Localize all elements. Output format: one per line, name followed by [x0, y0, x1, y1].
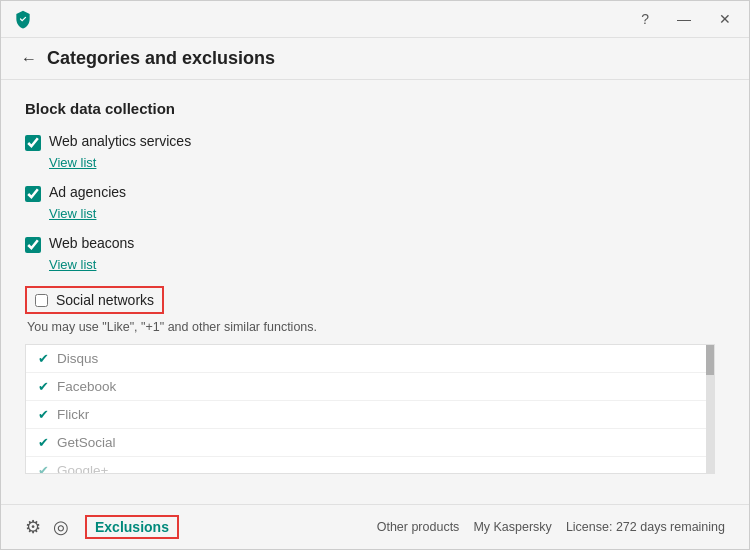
- social-networks-section: Social networks You may use "Like", "+1"…: [25, 286, 725, 474]
- license-info: License: 272 days remaining: [566, 520, 725, 534]
- web-beacons-checkbox[interactable]: [25, 237, 41, 253]
- footer-links: Other products My Kaspersky License: 272…: [377, 520, 725, 534]
- list-item: ✔ Facebook: [26, 373, 714, 401]
- social-networks-label: Social networks: [56, 292, 154, 308]
- web-analytics-checkbox[interactable]: [25, 135, 41, 151]
- web-analytics-label: Web analytics services: [49, 133, 191, 149]
- web-analytics-item: Web analytics services: [25, 133, 725, 151]
- ad-agencies-label: Ad agencies: [49, 184, 126, 200]
- help-button[interactable]: ?: [635, 10, 655, 28]
- back-button[interactable]: ←: [21, 50, 37, 68]
- list-item: ✔ Disqus: [26, 345, 714, 373]
- title-bar-controls: ? — ✕: [635, 10, 737, 28]
- list-item: ✔ Google+: [26, 457, 714, 474]
- social-networks-list[interactable]: ✔ Disqus ✔ Facebook ✔ Flickr ✔ GetSocial…: [25, 344, 715, 474]
- page-header: ← Categories and exclusions: [1, 38, 749, 80]
- scrollbar-thumb[interactable]: [706, 345, 714, 375]
- content-area: Block data collection Web analytics serv…: [1, 80, 749, 504]
- scrollbar-track[interactable]: [706, 345, 714, 473]
- ad-agencies-view-list[interactable]: View list: [49, 206, 725, 221]
- minimize-button[interactable]: —: [671, 10, 697, 28]
- my-kaspersky-link[interactable]: My Kaspersky: [473, 520, 552, 534]
- title-bar-left: [13, 9, 33, 29]
- check-icon: ✔: [38, 379, 49, 394]
- check-icon: ✔: [38, 435, 49, 450]
- check-icon: ✔: [38, 407, 49, 422]
- other-products-link[interactable]: Other products: [377, 520, 460, 534]
- list-item: ✔ GetSocial: [26, 429, 714, 457]
- web-beacons-label: Web beacons: [49, 235, 134, 251]
- app-icon: [13, 9, 33, 29]
- section-title: Block data collection: [25, 100, 725, 117]
- ad-agencies-item: Ad agencies: [25, 184, 725, 202]
- check-icon: ✔: [38, 351, 49, 366]
- settings-icon[interactable]: ⚙: [25, 516, 41, 538]
- title-bar: ? — ✕: [1, 1, 749, 38]
- footer: ⚙ ◎ Exclusions Other products My Kaspers…: [1, 504, 749, 549]
- check-icon: ✔: [38, 463, 49, 474]
- social-networks-checkbox[interactable]: [35, 294, 48, 307]
- exclusions-link[interactable]: Exclusions: [85, 515, 179, 539]
- main-window: ? — ✕ ← Categories and exclusions Block …: [0, 0, 750, 550]
- list-item: ✔ Flickr: [26, 401, 714, 429]
- shield-icon[interactable]: ◎: [53, 516, 69, 538]
- ad-agencies-checkbox[interactable]: [25, 186, 41, 202]
- page-title: Categories and exclusions: [47, 48, 275, 69]
- social-networks-note: You may use "Like", "+1" and other simil…: [27, 320, 725, 334]
- web-analytics-view-list[interactable]: View list: [49, 155, 725, 170]
- footer-icons: ⚙ ◎: [25, 516, 69, 538]
- close-button[interactable]: ✕: [713, 10, 737, 28]
- web-beacons-view-list[interactable]: View list: [49, 257, 725, 272]
- web-beacons-item: Web beacons: [25, 235, 725, 253]
